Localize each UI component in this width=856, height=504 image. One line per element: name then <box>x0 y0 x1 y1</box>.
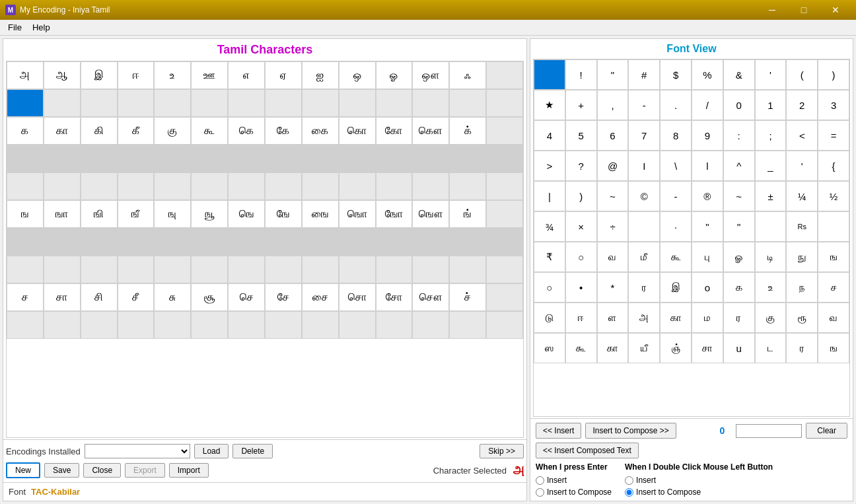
font-cell[interactable]: ம <box>692 303 723 333</box>
char-cell[interactable]: கெ <box>228 117 265 145</box>
font-cell[interactable]: • <box>565 272 597 303</box>
font-cell[interactable]: ÷ <box>597 211 629 242</box>
font-cell[interactable] <box>534 59 565 90</box>
font-cell[interactable]: ந <box>786 272 818 303</box>
font-cell[interactable]: ! <box>565 59 597 90</box>
char-cell[interactable]: கௌ <box>412 117 449 145</box>
font-cell[interactable]: ௐ <box>723 242 755 272</box>
char-cell[interactable]: சே <box>265 283 302 311</box>
font-cell[interactable]: ₹ <box>534 242 565 272</box>
font-cell[interactable]: ½ <box>818 181 849 211</box>
char-cell[interactable]: ஊ <box>191 61 228 89</box>
font-cell[interactable]: $ <box>660 59 692 90</box>
char-cell[interactable]: ங் <box>449 200 486 228</box>
font-cell[interactable]: க <box>723 272 755 303</box>
char-cell[interactable]: கா <box>44 117 81 145</box>
font-cell[interactable]: சா <box>692 333 723 363</box>
font-cell[interactable]: { <box>818 151 849 181</box>
insert-to-compose-button[interactable]: Insert to Compose >> <box>585 423 676 439</box>
char-cell[interactable]: உ <box>154 61 191 89</box>
export-button[interactable]: Export <box>125 463 165 478</box>
font-cell[interactable]: ) <box>565 181 597 211</box>
insert-button[interactable]: << Insert <box>536 423 581 439</box>
char-cell[interactable]: எ <box>228 61 265 89</box>
char-cell[interactable]: கி <box>81 117 118 145</box>
font-cell[interactable]: * <box>597 272 629 303</box>
font-cell[interactable] <box>818 211 849 242</box>
font-cell[interactable]: ர <box>628 272 660 303</box>
font-cell[interactable]: < <box>786 120 818 151</box>
font-cell[interactable]: ; <box>755 120 787 151</box>
char-cell[interactable]: ஈ <box>118 61 155 89</box>
font-cell[interactable]: ' <box>755 59 787 90</box>
font-cell[interactable]: 2 <box>786 90 818 120</box>
char-cell[interactable]: கு <box>154 117 191 145</box>
font-cell[interactable]: ○ <box>565 242 597 272</box>
font-cell[interactable]: வ <box>818 303 849 333</box>
new-button[interactable]: New <box>6 462 40 478</box>
font-cell[interactable]: கு <box>755 303 787 333</box>
font-cell[interactable]: டு <box>534 303 565 333</box>
font-cell[interactable]: o <box>692 272 723 303</box>
char-cell[interactable]: ஙொ <box>339 200 376 228</box>
compose-input[interactable] <box>736 424 802 438</box>
font-cell[interactable]: × <box>565 211 597 242</box>
font-cell[interactable]: l <box>692 151 723 181</box>
char-cell[interactable]: ச <box>7 283 44 311</box>
char-cell[interactable]: கை <box>302 117 339 145</box>
clear-button[interactable]: Clear <box>806 423 847 439</box>
char-cell[interactable]: ஙே <box>265 200 302 228</box>
font-cell[interactable]: ' <box>786 151 818 181</box>
char-cell[interactable]: சூ <box>191 283 228 311</box>
font-cell[interactable]: Rs <box>786 211 818 242</box>
menu-help[interactable]: Help <box>27 21 55 34</box>
char-cell[interactable]: ஓ <box>376 61 413 89</box>
font-cell[interactable]: 0 <box>723 90 755 120</box>
font-cell[interactable]: பு <box>692 242 723 272</box>
font-cell[interactable]: - <box>628 90 660 120</box>
char-cell[interactable]: ஔ <box>412 61 449 89</box>
char-cell[interactable]: சா <box>44 283 81 311</box>
char-cell[interactable]: இ <box>81 61 118 89</box>
font-cell[interactable]: உ <box>755 272 787 303</box>
font-cell[interactable]: ( <box>786 59 818 90</box>
char-cell[interactable]: ஏ <box>265 61 302 89</box>
font-cell[interactable]: ) <box>818 59 849 90</box>
char-cell[interactable]: ஙா <box>44 200 81 228</box>
font-cell[interactable]: : <box>723 120 755 151</box>
font-cell[interactable]: ^ <box>723 151 755 181</box>
font-cell[interactable]: @ <box>597 151 629 181</box>
font-cell[interactable]: I <box>628 151 660 181</box>
font-grid-container[interactable]: ! " # $ % & ' ( ) ★ + , - . / 0 1 2 3 <box>533 59 850 417</box>
font-cell[interactable]: " <box>692 211 723 242</box>
font-cell[interactable]: கா <box>660 303 692 333</box>
char-cell[interactable]: ஐ <box>302 61 339 89</box>
font-cell[interactable]: ® <box>692 181 723 211</box>
font-cell[interactable]: கூ <box>660 242 692 272</box>
font-cell[interactable]: 5 <box>565 120 597 151</box>
char-cell[interactable]: கூ <box>191 117 228 145</box>
char-cell[interactable]: அ <box>7 61 44 89</box>
font-cell[interactable]: ? <box>565 151 597 181</box>
font-cell[interactable]: யீ <box>628 333 660 363</box>
font-cell[interactable]: ங <box>818 242 849 272</box>
font-cell[interactable]: மீ <box>628 242 660 272</box>
font-cell[interactable]: ஞ் <box>660 333 692 363</box>
char-cell[interactable]: ஙீ <box>118 200 155 228</box>
minimize-button[interactable]: ─ <box>757 0 787 20</box>
font-cell[interactable]: ± <box>755 181 787 211</box>
font-cell[interactable]: டி <box>755 242 787 272</box>
char-cell[interactable]: ங <box>7 200 44 228</box>
font-cell[interactable]: ரூ <box>786 303 818 333</box>
dbl-click-insert-radio[interactable] <box>625 476 633 485</box>
font-cell[interactable]: ஈ <box>565 303 597 333</box>
font-cell[interactable]: & <box>723 59 755 90</box>
font-cell[interactable]: ¾ <box>534 211 565 242</box>
font-cell[interactable]: ~ <box>723 181 755 211</box>
encodings-select[interactable] <box>85 444 190 458</box>
font-cell[interactable]: \ <box>660 151 692 181</box>
save-button[interactable]: Save <box>44 463 79 478</box>
char-cell[interactable]: ச் <box>449 283 486 311</box>
font-cell[interactable]: 8 <box>660 120 692 151</box>
char-cell[interactable]: சௌ <box>412 283 449 311</box>
